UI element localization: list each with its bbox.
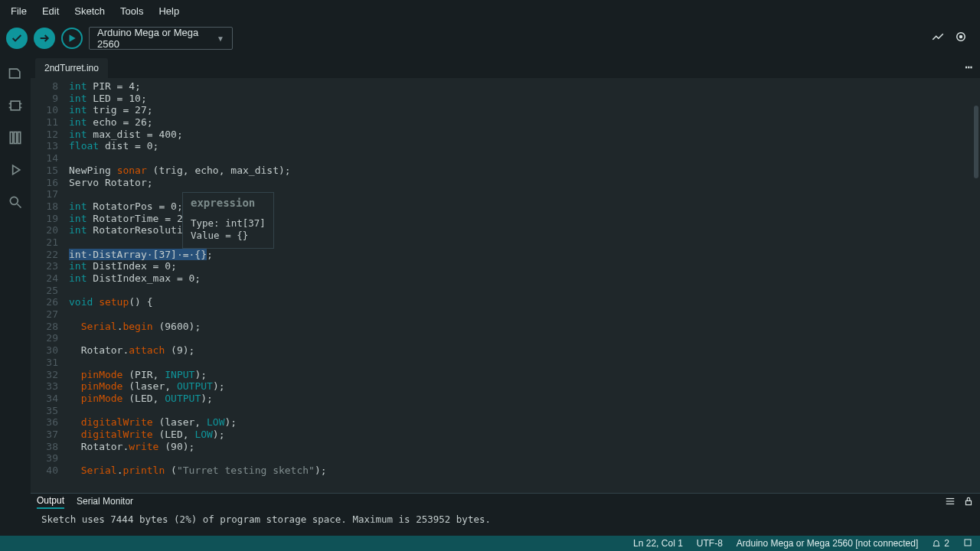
code-line[interactable]: Serial.begin (9600); — [69, 321, 980, 333]
status-bar: Ln 22, Col 1 UTF-8 Arduino Mega or Mega … — [0, 536, 980, 551]
svg-rect-11 — [18, 132, 20, 144]
library-manager-icon[interactable] — [8, 130, 23, 148]
svg-marker-1 — [70, 34, 76, 41]
code-line[interactable]: Servo Rotator; — [69, 177, 980, 189]
upload-button[interactable] — [34, 28, 55, 49]
board-selector-label: Arduino Mega or Mega 2560 — [97, 27, 217, 50]
code-line[interactable]: int trig = 27; — [69, 104, 980, 116]
tooltip-type-label: Type: — [191, 217, 220, 229]
code-line[interactable]: pinMode (PIR, INPUT); — [69, 369, 980, 381]
code-line[interactable] — [69, 357, 980, 369]
output-options-icon[interactable] — [945, 496, 956, 509]
serial-monitor-icon[interactable] — [954, 30, 968, 47]
status-notifications[interactable]: 2 — [932, 538, 949, 549]
output-tab[interactable]: Output — [37, 495, 64, 509]
code-line[interactable]: NewPing sonar (trig, echo, max_dist); — [69, 165, 980, 177]
output-message: Sketch uses 7444 bytes (2%) of program s… — [31, 510, 980, 536]
code-area[interactable]: expression Type: int[37] Value = {} int … — [69, 78, 980, 493]
chevron-down-icon: ▼ — [217, 34, 224, 43]
code-line[interactable] — [69, 452, 980, 465]
code-line[interactable]: void setup() { — [69, 296, 980, 308]
code-line[interactable]: int max_dist = 400; — [69, 129, 980, 141]
code-line[interactable]: Serial.println ("Turret testing sketch")… — [69, 465, 980, 477]
svg-rect-9 — [10, 132, 12, 144]
menu-edit[interactable]: Edit — [34, 2, 67, 20]
menu-file[interactable]: File — [3, 2, 34, 20]
menu-help[interactable]: Help — [151, 2, 187, 20]
code-line[interactable]: int echo = 26; — [69, 116, 980, 129]
svg-line-14 — [18, 204, 21, 208]
code-line[interactable] — [69, 405, 980, 417]
hover-tooltip: expression Type: int[37] Value = {} — [182, 192, 274, 249]
tooltip-heading: expression — [191, 197, 266, 210]
code-line[interactable] — [69, 308, 980, 321]
toolbar: Arduino Mega or Mega 2560 ▼ — [0, 21, 980, 55]
svg-marker-12 — [13, 165, 20, 174]
verify-button[interactable] — [6, 28, 28, 49]
menubar: File Edit Sketch Tools Help — [0, 0, 980, 21]
file-tab[interactable]: 2ndTurret.ino — [35, 58, 108, 78]
sketchbook-icon[interactable] — [8, 66, 23, 84]
tab-bar: 2ndTurret.ino ⋯ — [31, 55, 980, 78]
notification-count: 2 — [944, 538, 949, 549]
svg-rect-19 — [965, 540, 971, 546]
code-line[interactable]: Rotator.attach (9); — [69, 344, 980, 357]
activity-bar — [0, 55, 31, 536]
code-line[interactable]: digitalWrite (laser, LOW); — [69, 416, 980, 429]
svg-rect-4 — [11, 101, 20, 110]
debug-button[interactable] — [61, 28, 83, 49]
search-icon[interactable] — [8, 194, 23, 213]
menu-tools[interactable]: Tools — [113, 2, 151, 20]
code-line[interactable]: int PIR = 4; — [69, 80, 980, 93]
tooltip-type-value: int[37] — [220, 217, 266, 229]
code-line[interactable]: Rotator.write (90); — [69, 441, 980, 453]
code-line[interactable]: int DistIndex = 0; — [69, 260, 980, 272]
svg-rect-10 — [14, 132, 16, 144]
code-line[interactable]: int LED = 10; — [69, 93, 980, 105]
output-tabs: Output Serial Monitor — [31, 494, 980, 510]
tooltip-value-value: {} — [237, 230, 248, 241]
board-selector[interactable]: Arduino Mega or Mega 2560 ▼ — [89, 27, 233, 50]
scrollbar[interactable] — [972, 78, 980, 493]
serial-monitor-tab[interactable]: Serial Monitor — [77, 496, 133, 508]
code-line[interactable]: pinMode (laser, OUTPUT); — [69, 380, 980, 393]
status-cursor-pos: Ln 22, Col 1 — [633, 538, 683, 549]
editor-pane: 2ndTurret.ino ⋯ 891011121314151617181920… — [31, 55, 980, 536]
svg-rect-18 — [966, 500, 972, 504]
svg-point-13 — [10, 197, 18, 204]
code-line[interactable]: digitalWrite (LED, LOW); — [69, 429, 980, 441]
menu-sketch[interactable]: Sketch — [67, 2, 113, 20]
output-panel: Output Serial Monitor Sketch uses 7444 b… — [31, 493, 980, 536]
code-line[interactable] — [69, 152, 980, 165]
output-lock-icon[interactable] — [963, 496, 974, 509]
debug-icon[interactable] — [8, 162, 23, 181]
code-line[interactable]: int·DistArray·[37]·=·{}; — [69, 249, 980, 261]
main-area: 2ndTurret.ino ⋯ 891011121314151617181920… — [0, 55, 980, 536]
tab-overflow-icon[interactable]: ⋯ — [965, 60, 972, 74]
status-encoding: UTF-8 — [697, 538, 723, 549]
code-line[interactable]: int DistIndex_max = 0; — [69, 272, 980, 285]
code-line[interactable]: float dist = 0; — [69, 140, 980, 152]
code-line[interactable] — [69, 332, 980, 344]
scrollbar-thumb[interactable] — [974, 106, 978, 178]
code-line[interactable]: pinMode (LED, OUTPUT); — [69, 393, 980, 405]
tooltip-value-label: Value = — [191, 230, 237, 241]
boards-manager-icon[interactable] — [8, 98, 23, 116]
code-editor[interactable]: 8910111213141516171819202122232425262728… — [31, 78, 980, 493]
line-gutter: 8910111213141516171819202122232425262728… — [31, 78, 69, 493]
code-line[interactable] — [69, 285, 980, 297]
status-close-icon[interactable] — [963, 538, 972, 549]
serial-plotter-icon[interactable] — [931, 30, 945, 47]
svg-point-3 — [960, 36, 962, 38]
status-board[interactable]: Arduino Mega or Mega 2560 [not connected… — [737, 538, 919, 549]
